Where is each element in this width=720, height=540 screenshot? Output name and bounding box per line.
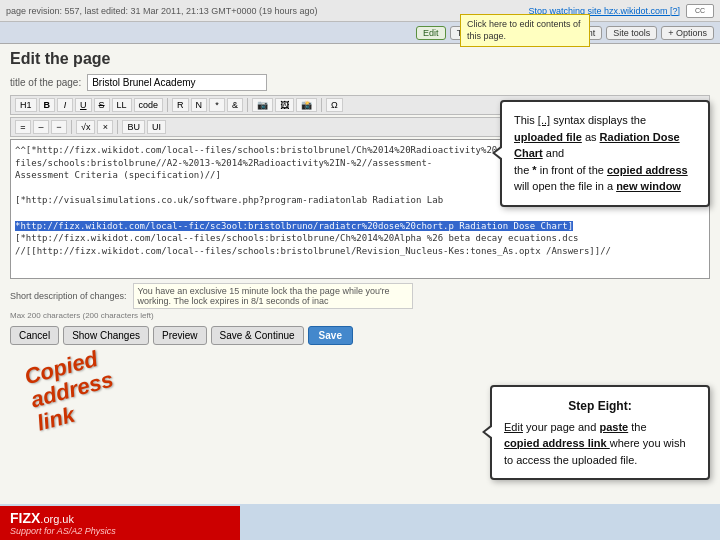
- callout-box-1: This [..] syntax displays the uploaded f…: [500, 100, 710, 207]
- footer-fizx-text: FIZX: [10, 510, 40, 526]
- editor-btn-img2[interactable]: 🖼: [275, 98, 294, 112]
- callout1-line1: This [..] syntax displays the uploaded f…: [514, 114, 680, 159]
- editor-btn-bu[interactable]: BU: [122, 120, 145, 134]
- sitetools-button[interactable]: Site tools: [606, 26, 657, 40]
- editor-line-6: [15, 207, 705, 220]
- edit-button[interactable]: Edit: [416, 26, 446, 40]
- click-here-tooltip: Click here to edit contents of this page…: [460, 14, 590, 47]
- toolbar-row: Edit Tags History Files Print Site tools…: [0, 22, 720, 44]
- save-button[interactable]: Save: [308, 326, 353, 345]
- callout1-line3: the * in front of the copied address: [514, 164, 688, 176]
- editor-btn-i[interactable]: I: [57, 98, 73, 112]
- cc-icon: CC: [686, 4, 714, 18]
- editor-line-selected: *http://fizx.wikidot.com/local--fic/sc3o…: [15, 220, 705, 233]
- editor-btn-minus[interactable]: −: [51, 120, 67, 134]
- preview-button[interactable]: Preview: [153, 326, 207, 345]
- editor-sep3: [321, 98, 322, 112]
- options-button[interactable]: + Options: [661, 26, 714, 40]
- footer-org-uk: .org.uk: [40, 513, 74, 525]
- editor-btn-b[interactable]: B: [39, 98, 56, 112]
- title-label: title of the page:: [10, 77, 81, 88]
- editor-btn-star[interactable]: *: [209, 98, 225, 112]
- callout2-step: Step Eight:: [504, 397, 696, 415]
- copied-address-text: Copiedaddresslink: [22, 344, 122, 436]
- editor-btn-dash[interactable]: –: [33, 120, 49, 134]
- editor-line-7: [*http://fizx.wikidot.com/local--files/s…: [15, 232, 705, 245]
- editor-sep2: [247, 98, 248, 112]
- editor-btn-s[interactable]: S: [94, 98, 110, 112]
- bottom-buttons: Cancel Show Changes Preview Save & Conti…: [10, 326, 710, 345]
- save-continue-button[interactable]: Save & Continue: [211, 326, 304, 345]
- editor-btn-amp[interactable]: &: [227, 98, 243, 112]
- callout2-line2: copied address link where you wish: [504, 437, 686, 449]
- footer-brand: FIZX.org.uk: [10, 510, 230, 526]
- editor-sep5: [117, 120, 118, 134]
- editor-btn-img3[interactable]: 📸: [296, 98, 317, 112]
- callout2-line1: Edit your page and paste the: [504, 421, 647, 433]
- editor-btn-ui[interactable]: UI: [147, 120, 166, 134]
- editor-btn-img1[interactable]: 📷: [252, 98, 273, 112]
- max-chars: Max 200 characters (200 characters left): [10, 311, 710, 320]
- callout2-line3: to access the uploaded file.: [504, 454, 637, 466]
- editor-btn-u[interactable]: U: [75, 98, 92, 112]
- editor-btn-r[interactable]: R: [172, 98, 189, 112]
- title-row: title of the page:: [10, 74, 710, 91]
- editor-btn-code[interactable]: code: [134, 98, 164, 112]
- editor-sep4: [71, 120, 72, 134]
- revision-info: page revision: 557, last edited: 31 Mar …: [6, 6, 317, 16]
- footer-support: Support for AS/A2 Physics: [10, 526, 230, 536]
- show-changes-button[interactable]: Show Changes: [63, 326, 149, 345]
- editor-btn-eq[interactable]: =: [15, 120, 31, 134]
- editor-line-8: //[[http://fizx.wikidot.com/local--files…: [15, 245, 705, 258]
- selected-text: *http://fizx.wikidot.com/local--fic/sc3o…: [15, 221, 454, 231]
- footer: FIZX.org.uk Support for AS/A2 Physics: [0, 506, 240, 540]
- lock-notice: You have an exclusive 15 minute lock tha…: [133, 283, 413, 309]
- top-bar: page revision: 557, last edited: 31 Mar …: [0, 0, 720, 22]
- selected-label: Radiation Dose Chart]: [454, 221, 573, 231]
- desc-label: Short description of changes:: [10, 291, 127, 301]
- page-title: Edit the page: [10, 50, 710, 68]
- editor-btn-h1[interactable]: H1: [15, 98, 37, 112]
- editor-btn-sqrt[interactable]: √x: [76, 120, 95, 134]
- editor-btn-times[interactable]: ×: [97, 120, 113, 134]
- editor-btn-n[interactable]: N: [191, 98, 208, 112]
- editor-btn-omega[interactable]: Ω: [326, 98, 343, 112]
- desc-row: Short description of changes: You have a…: [10, 283, 710, 309]
- cancel-button[interactable]: Cancel: [10, 326, 59, 345]
- copied-address-overlay: Copiedaddresslink: [30, 354, 114, 427]
- tooltip-text: Click here to edit contents of this page…: [467, 19, 581, 41]
- editor-btn-ll[interactable]: LL: [112, 98, 132, 112]
- title-input[interactable]: [87, 74, 267, 91]
- lock-text: You have an exclusive 15 minute lock tha…: [138, 286, 390, 306]
- callout1-line4: will open the file in a new window: [514, 180, 681, 192]
- callout-box-2: Step Eight: Edit your page and paste the…: [490, 385, 710, 481]
- editor-sep1: [167, 98, 168, 112]
